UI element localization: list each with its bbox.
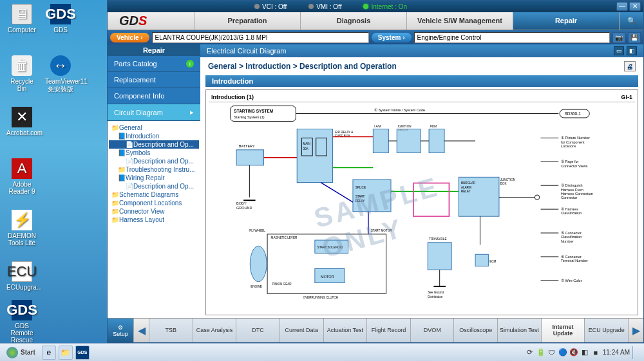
tree-node[interactable]: 📁Schematic Diagrams	[109, 190, 199, 199]
minimize-button[interactable]: —	[616, 2, 628, 11]
svg-text:① Picture Numberfor ComponentL: ① Picture Numberfor ComponentLocations	[561, 136, 590, 148]
svg-line-37	[321, 183, 353, 202]
svg-text:GROUND: GROUND	[236, 206, 252, 210]
svg-text:START: START	[355, 195, 365, 198]
tree-node[interactable]: 📁Connector View	[109, 207, 199, 216]
tree-node[interactable]: 📄Description and Op...	[109, 182, 199, 190]
clock: 11:24 AM	[603, 349, 630, 356]
svg-text:SPLICE: SPLICE	[355, 186, 366, 189]
svg-text:BATTERY: BATTERY	[239, 144, 255, 148]
bottom-tab-internet-update[interactable]: Internet Update	[541, 319, 585, 342]
tree-node[interactable]: 📁General	[109, 124, 199, 132]
tree-node[interactable]: 📘Introduction	[109, 132, 199, 140]
close-button[interactable]: ✕	[629, 2, 641, 11]
svg-text:See Ground: See Ground	[428, 291, 444, 294]
bottom-tab-tsb[interactable]: TSB	[149, 319, 193, 342]
internet-status: Internet : On	[371, 3, 407, 10]
tray-icon[interactable]: ◧	[580, 348, 589, 357]
system-button[interactable]: System ›	[372, 33, 412, 42]
main-tab-row: GDS PreparationDiagnosisVehicle S/W Mana…	[108, 12, 643, 30]
tray-icon[interactable]: 🛡	[547, 348, 556, 357]
svg-point-47	[535, 195, 539, 199]
tray-icon[interactable]: 🔋	[536, 348, 545, 357]
desktop-icon-teamviewer11-[interactable]: ↔TeamViewer11免安装版	[45, 55, 76, 94]
desktop-icon-daemon-tools-lite[interactable]: ⚡DAEMON Tools Lite	[6, 210, 37, 246]
svg-rect-28	[429, 129, 444, 153]
main-tab-vehicle-s-w-management[interactable]: Vehicle S/W Management	[406, 12, 513, 30]
bottom-tab-dvom[interactable]: DVOM	[410, 319, 454, 342]
desktop-icon-gds-remote-rescue[interactable]: GDSGDS Remote Rescue	[6, 300, 37, 344]
svg-text:ENGINE: ENGINE	[251, 285, 262, 288]
svg-text:SWITCH: SWITCH	[398, 129, 408, 131]
bottom-tab-flight-record[interactable]: Flight Record	[366, 319, 410, 342]
selector-row: Vehicle › ELANTRA COUPE(JK)/2013/G 1.8 M…	[108, 30, 643, 44]
desktop-icon-ecuupgra-[interactable]: ECUECUupgra...	[6, 261, 37, 291]
system-field[interactable]: Engine/Engine Control	[414, 32, 611, 43]
desktop-icon-gds[interactable]: GDSGDS	[45, 4, 76, 33]
desktop-icon-acrobat-com[interactable]: ✕Acrobat.com	[6, 107, 37, 136]
sidebar-item-replacement[interactable]: Replacement	[108, 72, 200, 88]
tree-node[interactable]: 📘Wiring Repair	[109, 174, 199, 182]
sidebar-item-component-info[interactable]: Component Info	[108, 88, 200, 104]
nav-prev[interactable]: ◀	[133, 319, 149, 342]
bottom-bar: ⚙Setup ◀ TSBCase AnalysisDTCCurrent Data…	[108, 318, 643, 342]
tree-node[interactable]: 📄Description and Op...	[109, 157, 199, 165]
doc-code: GI-1	[621, 94, 632, 100]
circuit-diagram: SAMPLE ONLY STARTING SYSTEM Starting Sys…	[209, 102, 635, 310]
tree-node[interactable]: 📁Component Locations	[109, 199, 199, 207]
tray-icon[interactable]: ⟳	[526, 348, 535, 357]
bottom-tab-dtc[interactable]: DTC	[236, 319, 279, 342]
svg-rect-25	[397, 129, 421, 153]
camera-icon[interactable]: 📷	[612, 32, 625, 43]
start-button[interactable]: Start	[1, 346, 41, 360]
tree-node[interactable]: 📁Harness Layout	[109, 216, 199, 224]
svg-text:ALARM: ALARM	[461, 186, 471, 189]
sidebar-item-circuit-diagram[interactable]: Circuit Diagram▸	[108, 104, 200, 121]
svg-text:START SOLENOID: START SOLENOID	[317, 246, 343, 249]
desktop-icon-computer[interactable]: 🖥Computer	[6, 4, 37, 33]
bottom-tab-simulation-test[interactable]: Simulation Test	[497, 319, 541, 342]
search-button[interactable]: 🔍	[619, 12, 643, 30]
content-action-2[interactable]: ◧	[627, 46, 637, 55]
vmi-status: VMI : Off	[316, 3, 341, 10]
taskbar-ie-icon[interactable]: e	[42, 346, 56, 360]
content-title: Electrical Circuit Diagram	[207, 47, 286, 55]
sidebar-head: Repair	[108, 44, 200, 56]
svg-text:PINION GEAR: PINION GEAR	[272, 282, 292, 286]
main-tab-repair[interactable]: Repair	[513, 12, 619, 30]
tray-icon[interactable]: ■	[591, 348, 600, 357]
content-action-1[interactable]: ▭	[614, 46, 624, 55]
vehicle-button[interactable]: Vehicle ›	[110, 33, 149, 42]
svg-text:IGNITION: IGNITION	[398, 125, 412, 128]
tray-icon[interactable]: 🔇	[569, 348, 578, 357]
bottom-tab-case-analysis[interactable]: Case Analysis	[193, 319, 236, 342]
bottom-tab-current-data[interactable]: Current Data	[279, 319, 323, 342]
desktop-icon-recycle-bin[interactable]: 🗑Recycle Bin	[6, 55, 37, 92]
save-icon[interactable]: 💾	[628, 32, 641, 43]
tree-node[interactable]: 📘Symbols	[109, 149, 199, 157]
svg-rect-7	[236, 150, 263, 165]
tree-node[interactable]: 📁Troubleshooting Instru...	[109, 165, 199, 174]
main-tab-preparation[interactable]: Preparation	[194, 12, 300, 30]
print-icon[interactable]: 🖨	[624, 61, 636, 71]
bottom-tab-ecu-upgrade[interactable]: ECU Upgrade	[584, 319, 628, 342]
tree-node[interactable]: 📄Description and Op...	[109, 140, 199, 149]
svg-text:RELAY: RELAY	[461, 190, 471, 193]
svg-text:TRANSAXLE: TRANSAXLE	[429, 237, 446, 241]
bottom-tab-actuation-test[interactable]: Actuation Test	[323, 319, 367, 342]
taskbar-gds-app[interactable]: GDS	[75, 346, 90, 360]
svg-text:ECM: ECM	[489, 260, 496, 263]
tray-icon[interactable]: 🔵	[558, 348, 567, 357]
show-desktop[interactable]	[632, 346, 639, 359]
svg-rect-23	[373, 129, 388, 153]
main-tab-diagnosis[interactable]: Diagnosis	[300, 12, 406, 30]
bottom-tab-oscilloscope[interactable]: Oscilloscope	[453, 319, 497, 342]
nav-next[interactable]: ▶	[628, 319, 643, 342]
taskbar-explorer-icon[interactable]: 📁	[59, 346, 73, 360]
desktop-icon-adobe-reader-9[interactable]: AAdobe Reader 9	[6, 158, 37, 195]
sidebar-item-parts-catalog[interactable]: Parts Catalogi	[108, 56, 200, 72]
svg-text:SD360-1: SD360-1	[564, 111, 581, 116]
setup-button[interactable]: ⚙Setup	[108, 319, 133, 342]
svg-text:⑦ Wire Color: ⑦ Wire Color	[561, 279, 582, 282]
vehicle-field[interactable]: ELANTRA COUPE(JK)/2013/G 1.8 MPI	[152, 32, 369, 43]
